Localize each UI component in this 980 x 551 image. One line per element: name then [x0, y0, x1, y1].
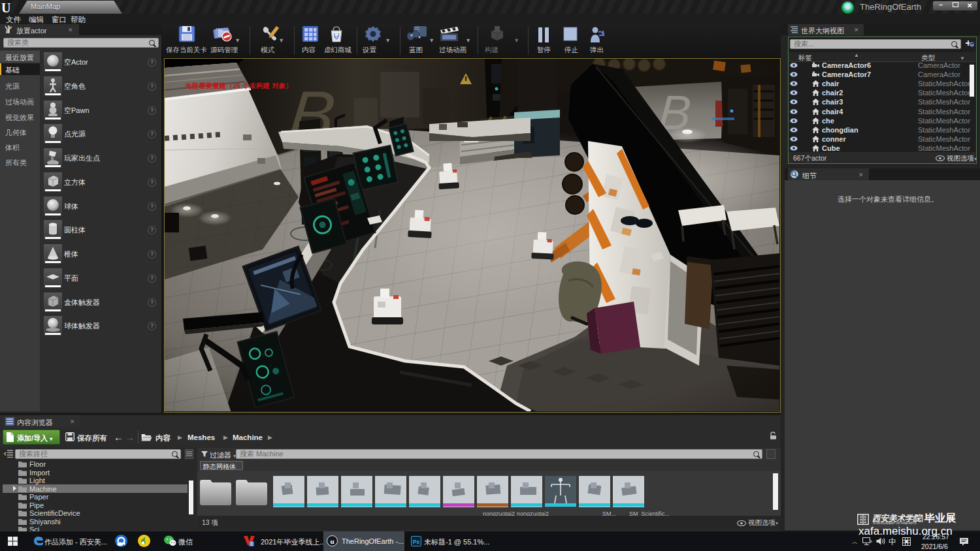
svg-text:u: u	[330, 537, 334, 545]
svg-text:Ps: Ps	[413, 539, 420, 545]
